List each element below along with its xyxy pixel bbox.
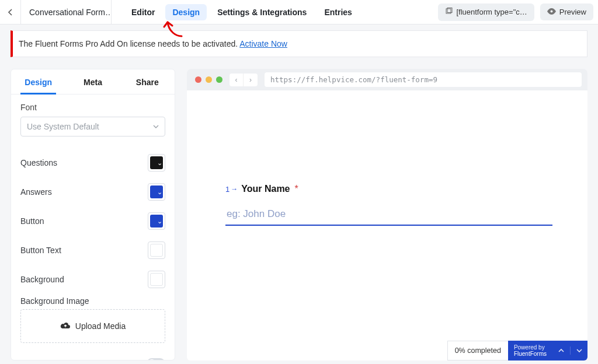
tab-editor[interactable]: Editor <box>124 4 162 20</box>
chevron-down-icon: ⌄ <box>157 218 162 225</box>
button-color-swatch[interactable]: ⌄ <box>148 212 165 230</box>
preview-column: ‹ › https://ff.helpvice.com/?fluent-form… <box>187 69 587 360</box>
browser-forward-button[interactable]: › <box>244 74 258 86</box>
browser-chrome: ‹ › https://ff.helpvice.com/?fluent-form… <box>187 69 587 90</box>
page-title: Conversational Form… <box>21 0 112 24</box>
design-panel: Design Meta Share Font Use System Defaul… <box>11 69 175 360</box>
top-nav: Conversational Form… Editor Design Setti… <box>0 0 598 24</box>
arrow-right-icon: → <box>231 185 238 193</box>
activate-link[interactable]: Activate Now <box>239 39 287 48</box>
main-tabs: Editor Design Settings & Integrations En… <box>112 4 359 20</box>
form-nav <box>552 341 587 360</box>
background-label: Background <box>20 275 64 284</box>
panel-tab-design[interactable]: Design <box>11 69 65 94</box>
shortcode-text: [fluentform type="c… <box>456 8 527 16</box>
upload-media-button[interactable]: Upload Media <box>20 309 165 343</box>
questions-label: Questions <box>20 158 57 167</box>
chevron-down-icon <box>153 124 159 130</box>
chevron-down-icon: ⌄ <box>157 159 162 167</box>
svg-point-2 <box>550 10 552 13</box>
question-block: 1→ Your Name * <box>225 184 552 226</box>
disable-mobile-toggle[interactable] <box>147 358 165 360</box>
disable-mobile-label: Disable Layout on Mobile Devices <box>20 359 144 360</box>
panel-tab-share[interactable]: Share <box>120 69 175 94</box>
tab-design[interactable]: Design <box>165 4 207 20</box>
shortcode-button[interactable]: [fluentform type="c… <box>438 4 534 21</box>
cloud-upload-icon <box>60 321 71 331</box>
preview-label: Preview <box>559 8 586 16</box>
zoom-dot-icon <box>216 76 222 83</box>
panel-tabs: Design Meta Share <box>11 69 175 94</box>
minimize-dot-icon <box>206 76 212 83</box>
answers-color-swatch[interactable]: ⌄ <box>148 183 165 201</box>
font-value: Use System Default <box>27 122 99 131</box>
tab-entries[interactable]: Entries <box>317 4 359 20</box>
powered-line1: Powered by <box>514 344 547 351</box>
back-button[interactable] <box>0 0 21 24</box>
chevron-left-icon <box>7 9 14 16</box>
copy-icon <box>445 8 453 17</box>
background-image-label: Background Image <box>20 296 165 306</box>
traffic-lights <box>193 76 222 83</box>
question-number: 1→ <box>225 185 238 194</box>
form-canvas: 1→ Your Name * 0% completed Powered by F… <box>187 90 587 360</box>
chevron-up-icon <box>557 346 565 355</box>
question-title: Your Name <box>241 184 290 194</box>
powered-by[interactable]: Powered by FluentForms <box>508 341 552 360</box>
tab-settings-integrations[interactable]: Settings & Integrations <box>210 4 314 20</box>
license-notice: The Fluent Forms Pro Add On license need… <box>11 30 587 57</box>
chevron-down-icon: ⌄ <box>157 188 162 196</box>
preview-bottom-bar: 0% completed Powered by FluentForms <box>447 341 587 360</box>
prev-question-button[interactable] <box>552 346 570 355</box>
preview-button[interactable]: Preview <box>540 4 593 20</box>
license-text: The Fluent Forms Pro Add On license need… <box>19 39 239 48</box>
answers-label: Answers <box>20 187 52 197</box>
answer-input[interactable] <box>225 205 552 226</box>
font-select[interactable]: Use System Default <box>20 117 165 136</box>
required-mark: * <box>295 184 298 194</box>
button-text-color-swatch[interactable] <box>148 242 165 259</box>
button-text-label: Button Text <box>20 246 61 255</box>
chevron-down-icon <box>575 346 583 355</box>
progress-chip: 0% completed <box>447 341 508 360</box>
font-label: Font <box>20 103 165 112</box>
questions-color-swatch[interactable]: ⌄ <box>148 154 165 172</box>
browser-url: https://ff.helpvice.com/?fluent-form=9 <box>265 72 582 87</box>
powered-line2: FluentForms <box>514 351 547 357</box>
button-label: Button <box>20 216 44 226</box>
browser-back-button[interactable]: ‹ <box>230 74 244 86</box>
next-question-button[interactable] <box>570 346 587 355</box>
top-actions: [fluentform type="c… Preview <box>438 4 593 21</box>
upload-label: Upload Media <box>75 321 126 331</box>
panel-tab-meta[interactable]: Meta <box>65 69 120 94</box>
eye-icon <box>547 8 556 16</box>
close-dot-icon <box>195 76 201 83</box>
background-color-swatch[interactable] <box>148 271 165 288</box>
